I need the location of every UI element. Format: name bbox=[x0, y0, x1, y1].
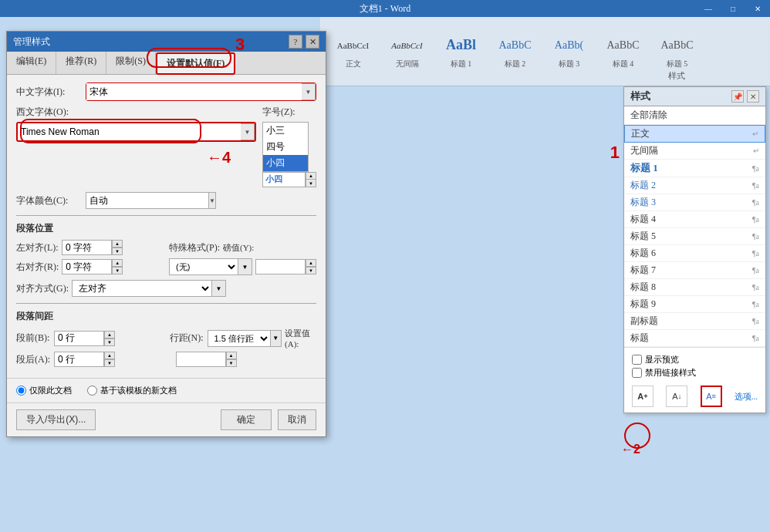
font-size-down[interactable]: ▼ bbox=[306, 180, 316, 187]
style-item-h2[interactable]: 标题 2 ¶a bbox=[624, 177, 765, 194]
style-item-normal-label: 正文 bbox=[631, 127, 650, 140]
ribbon-style-no-space[interactable]: AaBbCcI 无间隔 bbox=[382, 31, 432, 72]
tab-edit[interactable]: 编辑(E) bbox=[7, 52, 56, 74]
font-size-up[interactable]: ▲ bbox=[306, 172, 316, 180]
style-preview-h1: AaBl bbox=[446, 34, 476, 57]
style-item-h9[interactable]: 标题 9 ¶a bbox=[624, 296, 765, 313]
style-item-title-label: 标题 bbox=[630, 332, 649, 345]
align-select[interactable]: 左对齐 居中 右对齐 bbox=[72, 280, 212, 297]
radio-this-document[interactable]: 仅限此文档 bbox=[16, 385, 72, 396]
style-inspector-button[interactable]: A↓ bbox=[666, 386, 687, 407]
options-link[interactable]: 选项... bbox=[735, 391, 758, 402]
right-indent-input[interactable] bbox=[62, 259, 112, 274]
style-item-h2-label: 标题 2 bbox=[630, 179, 656, 192]
at-value-input[interactable] bbox=[176, 352, 226, 367]
style-item-normal[interactable]: 正文 ↵ bbox=[624, 125, 765, 143]
at-value-down[interactable]: ▼ bbox=[226, 359, 237, 367]
maximize-button[interactable]: □ bbox=[721, 0, 745, 17]
style-item-no-space[interactable]: 无间隔 ↵ bbox=[624, 143, 765, 160]
left-indent-input[interactable] bbox=[62, 240, 112, 255]
styles-panel-controls: 📌 ✕ bbox=[731, 90, 759, 103]
tab-recommend[interactable]: 推荐(R) bbox=[56, 52, 106, 74]
clear-all-button[interactable]: 全部清除 bbox=[624, 106, 765, 125]
style-item-h4[interactable]: 标题 4 ¶a bbox=[624, 211, 765, 228]
style-preview-no-space: AaBbCcI bbox=[391, 34, 422, 57]
after-spacing-input[interactable] bbox=[54, 352, 104, 367]
styles-panel-pin[interactable]: 📌 bbox=[731, 90, 744, 103]
tab-set-default[interactable]: 设置默认值(F) bbox=[156, 52, 235, 75]
ribbon-style-h2[interactable]: AaBbC 标题 2 bbox=[490, 31, 540, 72]
close-button[interactable]: ✕ bbox=[745, 0, 770, 17]
radio-new-documents[interactable]: 基于该模板的新文档 bbox=[87, 385, 177, 396]
indent-by-down[interactable]: ▼ bbox=[306, 267, 316, 274]
align-dropdown[interactable]: ▼ bbox=[212, 280, 226, 297]
show-preview-checkbox[interactable]: 显示预览 bbox=[632, 354, 758, 365]
right-indent-up[interactable]: ▲ bbox=[112, 259, 123, 267]
style-item-h9-label: 标题 9 bbox=[630, 298, 656, 311]
dialog-title-bar: 管理样式 ? ✕ bbox=[7, 32, 326, 52]
style-item-h8[interactable]: 标题 8 ¶a bbox=[624, 279, 765, 296]
western-font-dropdown[interactable]: ▼ bbox=[241, 123, 255, 140]
ribbon-style-h3[interactable]: AaBb( 标题 3 bbox=[544, 31, 594, 72]
minimize-button[interactable]: — bbox=[696, 0, 721, 17]
font-size-sihao[interactable]: 四号 bbox=[263, 139, 308, 155]
style-item-h1-label: 标题 1 bbox=[630, 161, 658, 175]
manage-styles-button[interactable]: A≡ bbox=[701, 386, 722, 407]
ribbon-style-h4[interactable]: AaBbC 标题 4 bbox=[598, 31, 648, 72]
ribbon-style-normal[interactable]: AaBbCcI 正文 bbox=[328, 31, 378, 72]
style-item-h5[interactable]: 标题 5 ¶a bbox=[624, 228, 765, 245]
ribbon-style-h5[interactable]: AaBbC 标题 5 bbox=[652, 31, 702, 72]
before-spacing-up[interactable]: ▲ bbox=[104, 331, 115, 338]
style-item-h1[interactable]: 标题 1 ¶a bbox=[624, 160, 765, 177]
after-spacing-up[interactable]: ▲ bbox=[104, 352, 115, 359]
font-size-xiaosan[interactable]: 小三 bbox=[263, 123, 308, 139]
font-size-xiaosi[interactable]: 小四 bbox=[263, 155, 308, 171]
styles-panel-close[interactable]: ✕ bbox=[747, 90, 759, 103]
indent-by-input[interactable] bbox=[255, 259, 306, 274]
style-item-h9-indicator: ¶a bbox=[752, 300, 759, 308]
styles-panel-header: 样式 📌 ✕ bbox=[624, 87, 765, 106]
style-item-no-space-label: 无间隔 bbox=[630, 144, 658, 157]
left-indent-up[interactable]: ▲ bbox=[112, 240, 123, 247]
chinese-font-dropdown[interactable]: ▼ bbox=[302, 83, 316, 100]
dialog-title: 管理样式 bbox=[13, 35, 50, 49]
right-indent-down[interactable]: ▼ bbox=[112, 267, 123, 274]
special-value-select[interactable]: (无) bbox=[169, 258, 238, 275]
ribbon-style-h1[interactable]: AaBl 标题 1 bbox=[436, 31, 486, 72]
chinese-font-input[interactable] bbox=[86, 83, 302, 100]
style-item-h6[interactable]: 标题 6 ¶a bbox=[624, 245, 765, 262]
style-preview-normal: AaBbCcI bbox=[337, 34, 370, 57]
before-spacing-input[interactable] bbox=[54, 331, 104, 346]
at-label: 设置值(A): bbox=[285, 328, 316, 348]
show-preview-input[interactable] bbox=[632, 355, 642, 365]
style-item-subtitle[interactable]: 副标题 ¶a bbox=[624, 313, 765, 330]
indent-by-up[interactable]: ▲ bbox=[306, 259, 316, 267]
font-color-input[interactable] bbox=[86, 192, 209, 209]
cancel-button[interactable]: 取消 bbox=[278, 409, 316, 430]
disable-linked-styles-input[interactable] bbox=[632, 368, 642, 378]
left-indent-row: 左对齐(L): ▲ ▼ bbox=[16, 240, 163, 255]
radio-new-documents-input[interactable] bbox=[87, 386, 97, 396]
style-item-h7[interactable]: 标题 7 ¶a bbox=[624, 262, 765, 279]
ok-button[interactable]: 确定 bbox=[221, 409, 272, 430]
style-item-title[interactable]: 标题 ¶a bbox=[624, 330, 765, 347]
style-item-h3[interactable]: 标题 3 ¶a bbox=[624, 194, 765, 211]
style-item-subtitle-label: 副标题 bbox=[630, 315, 658, 328]
line-spacing-dropdown[interactable]: ▼ bbox=[271, 330, 282, 347]
before-spacing-down[interactable]: ▼ bbox=[104, 338, 115, 346]
at-value-up[interactable]: ▲ bbox=[226, 352, 237, 359]
line-spacing-select[interactable]: 1.5 倍行距 bbox=[208, 330, 271, 347]
disable-linked-styles-checkbox[interactable]: 禁用链接样式 bbox=[632, 367, 758, 379]
after-spacing-down[interactable]: ▼ bbox=[104, 359, 115, 367]
dialog-close-button[interactable]: ✕ bbox=[306, 35, 319, 49]
western-font-input[interactable] bbox=[18, 123, 241, 140]
new-style-button[interactable]: A+ bbox=[632, 386, 653, 407]
radio-this-document-input[interactable] bbox=[16, 386, 26, 396]
font-color-dropdown[interactable]: ▼ bbox=[209, 192, 216, 209]
import-export-button[interactable]: 导入/导出(X)... bbox=[16, 409, 96, 430]
indent-by-spinner: ▲ ▼ bbox=[306, 259, 316, 274]
dialog-help-button[interactable]: ? bbox=[289, 35, 302, 49]
special-value-dropdown[interactable]: ▼ bbox=[238, 258, 252, 275]
left-indent-down[interactable]: ▼ bbox=[112, 247, 123, 255]
tab-restrict[interactable]: 限制(S) bbox=[106, 52, 156, 74]
